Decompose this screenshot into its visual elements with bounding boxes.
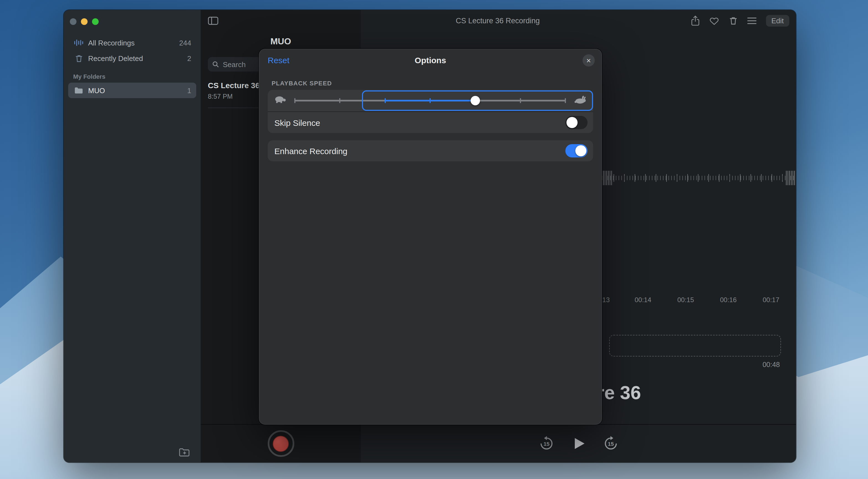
desktop: All Recordings 244 Recently Deleted 2 My… <box>0 0 868 479</box>
toolbar-actions: Edit <box>690 15 789 27</box>
sidebar-section-label: My Folders <box>73 73 191 80</box>
skip-silence-label: Skip Silence <box>274 118 320 127</box>
options-dialog: Reset Options × PLAYBACK SPEED <box>259 49 602 425</box>
record-bar <box>200 424 361 462</box>
skip-silence-row: Skip Silence <box>268 112 593 133</box>
enhance-recording-row: Enhance Recording <box>268 140 593 161</box>
traffic-lights <box>70 18 99 25</box>
sidebar-item-folder-muo[interactable]: MUO 1 <box>68 83 196 98</box>
enhance-recording-group: Enhance Recording <box>268 140 593 161</box>
close-icon[interactable]: × <box>583 54 595 66</box>
sidebar-item-count: 1 <box>187 86 191 94</box>
play-button[interactable] <box>570 436 586 451</box>
slider-tick <box>520 98 521 103</box>
timeline-label: 00:17 <box>763 296 779 304</box>
sidebar-item-label: MUO <box>88 86 105 94</box>
timeline-label: 00:15 <box>677 296 694 304</box>
sidebar-item-recently-deleted[interactable]: Recently Deleted 2 <box>68 51 196 66</box>
edit-button[interactable]: Edit <box>766 15 789 27</box>
record-button-dot <box>273 436 289 452</box>
record-button[interactable] <box>268 430 294 457</box>
sidebar: All Recordings 244 Recently Deleted 2 My… <box>64 10 201 462</box>
enhance-recording-toggle[interactable] <box>565 144 588 157</box>
playback-controls: 15 15 <box>361 424 796 462</box>
sidebar-item-label: Recently Deleted <box>88 54 143 62</box>
zoom-button[interactable] <box>92 18 99 25</box>
sidebar-item-count: 244 <box>179 38 191 47</box>
rewind-15-button[interactable]: 15 <box>538 436 554 451</box>
playback-speed-slider[interactable] <box>295 100 565 101</box>
sidebar-toggle-button[interactable] <box>208 17 219 26</box>
toggle-knob <box>566 117 578 128</box>
close-button[interactable] <box>70 18 76 25</box>
waveform-cluster <box>603 171 613 185</box>
timeline-label: 00:14 <box>634 296 651 304</box>
slider-knob[interactable] <box>471 96 480 105</box>
playback-speed-section-label: PLAYBACK SPEED <box>272 80 602 87</box>
timeline-label: 00:16 <box>720 296 737 304</box>
folder-title: MUO <box>200 37 361 47</box>
trash-icon <box>73 54 84 62</box>
svg-text:15: 15 <box>608 441 614 447</box>
sidebar-list: All Recordings 244 Recently Deleted 2 My… <box>68 35 196 98</box>
window-title: CS Lecture 36 Recording <box>456 17 539 25</box>
wallpaper: All Recordings 244 Recently Deleted 2 My… <box>0 0 868 479</box>
folder-icon <box>73 87 84 94</box>
slider-tick <box>294 98 296 103</box>
share-icon[interactable] <box>690 15 700 26</box>
slider-tick <box>565 98 566 103</box>
waveform-icon <box>73 39 84 47</box>
skip-silence-toggle[interactable] <box>565 116 588 129</box>
waveform-cluster <box>786 171 796 185</box>
options-dialog-title: Options <box>259 55 602 65</box>
trim-selection-box[interactable] <box>609 335 781 357</box>
sidebar-item-label: All Recordings <box>88 38 135 47</box>
enhance-recording-label: Enhance Recording <box>274 146 347 155</box>
options-dialog-header: Reset Options × <box>259 49 602 72</box>
toggle-knob <box>575 145 586 156</box>
new-folder-button[interactable] <box>179 447 191 457</box>
sidebar-item-count: 2 <box>187 54 191 62</box>
turtle-slow-icon <box>273 95 286 104</box>
svg-text:15: 15 <box>543 441 549 447</box>
rabbit-fast-icon <box>574 95 587 104</box>
forward-15-button[interactable]: 15 <box>603 436 618 451</box>
playback-speed-slider-row <box>268 90 593 112</box>
slider-active-range <box>385 100 475 101</box>
favorite-heart-icon[interactable] <box>709 15 719 26</box>
delete-trash-icon[interactable] <box>728 15 738 26</box>
sidebar-item-all-recordings[interactable]: All Recordings 244 <box>68 35 196 51</box>
slider-tick <box>339 98 340 103</box>
minimize-button[interactable] <box>81 18 88 25</box>
options-list-icon[interactable] <box>747 15 757 26</box>
selection-duration: 00:48 <box>609 361 780 369</box>
playback-speed-group: Skip Silence <box>268 90 593 133</box>
search-icon <box>212 61 219 68</box>
